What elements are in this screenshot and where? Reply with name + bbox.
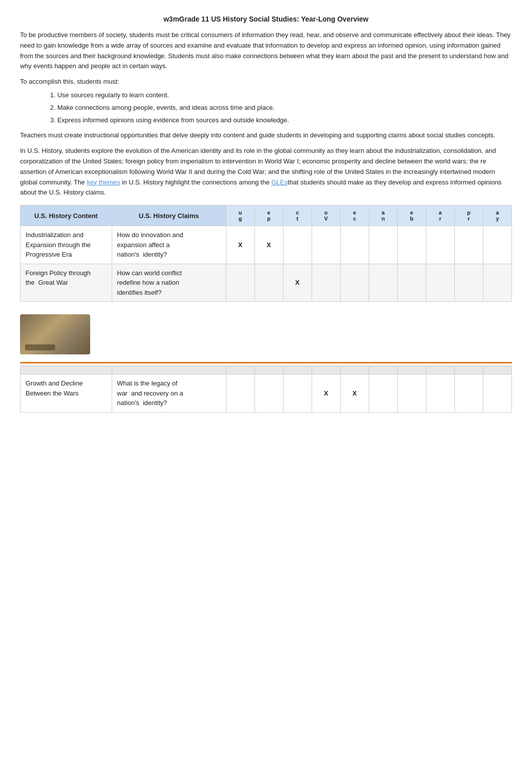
row3-c2: [254, 374, 283, 413]
row2-c1: [226, 264, 254, 302]
subcol-6: an: [369, 206, 397, 226]
overview-table-2: Growth and DeclineBetween the Wars What …: [20, 365, 512, 413]
row1-c5: [340, 226, 369, 264]
row3-c6: [369, 374, 397, 413]
row3-c3: [283, 374, 312, 413]
row3-c9: [454, 374, 483, 413]
h2-subcol-3: [283, 366, 312, 374]
table-row: Foreign Policy throughthe Great War How …: [21, 264, 512, 302]
header-content: U.S. History Content: [21, 206, 112, 226]
row1-c6: [369, 226, 397, 264]
h2-subcol-6: [369, 366, 397, 374]
h2-subcol-2: [254, 366, 283, 374]
subcol-8: ar: [426, 206, 454, 226]
overview-table-1: U.S. History Content U.S. History Claims…: [20, 205, 512, 302]
subcol-5: ec: [340, 206, 369, 226]
key-themes-link[interactable]: key themes: [87, 178, 120, 186]
row1-c9: [454, 226, 483, 264]
subcol-9: pr: [454, 206, 483, 226]
h2-subcol-1: [226, 366, 254, 374]
row3-c7: [397, 374, 426, 413]
section-image: [20, 314, 90, 354]
row2-c8: [426, 264, 454, 302]
subcol-1: ug: [226, 206, 254, 226]
orange-divider: [20, 362, 512, 363]
table-row: Growth and DeclineBetween the Wars What …: [21, 374, 512, 413]
row1-c8: [426, 226, 454, 264]
goals-label: To accomplish this, students must:: [20, 77, 512, 87]
goal-item-1: 1. Use sources regularly to learn conten…: [50, 90, 512, 101]
row3-content: Growth and DeclineBetween the Wars: [21, 374, 112, 413]
row2-c6: [369, 264, 397, 302]
header2-claims: [112, 366, 226, 374]
row3-x4: X: [312, 374, 340, 413]
row2-c9: [454, 264, 483, 302]
row1-claim: How do innovation andexpansion affect an…: [112, 226, 226, 264]
row1-x2: X: [254, 226, 283, 264]
intro-paragraph: To be productive members of society, stu…: [20, 30, 512, 72]
row2-c7: [397, 264, 426, 302]
h2-subcol-10: [483, 366, 511, 374]
header2-content: [21, 366, 112, 374]
history-text-2: in U.S. History highlight the connection…: [120, 178, 272, 186]
subcol-3: ct: [283, 206, 312, 226]
row3-claim: What is the legacy ofwar and recovery on…: [112, 374, 226, 413]
subcol-2: ep: [254, 206, 283, 226]
h2-subcol-8: [426, 366, 454, 374]
row1-c10: [483, 226, 511, 264]
h2-subcol-4: [312, 366, 340, 374]
row2-c4: [312, 264, 340, 302]
subcol-10: ay: [483, 206, 511, 226]
row1-content: Industrialization andExpansion through t…: [21, 226, 112, 264]
row2-c10: [483, 264, 511, 302]
row3-c1: [226, 374, 254, 413]
goals-list: 1. Use sources regularly to learn conten…: [50, 90, 512, 125]
goal-item-2: 2. Make connections among people, events…: [50, 103, 512, 113]
h2-subcol-9: [454, 366, 483, 374]
gles-link[interactable]: GLEs: [272, 178, 288, 186]
row1-c4: [312, 226, 340, 264]
image-section: [20, 312, 512, 357]
row2-claim: How can world conflictredefine how a nat…: [112, 264, 226, 302]
row3-c8: [426, 374, 454, 413]
header-claims: U.S. History Claims: [112, 206, 226, 226]
row1-c7: [397, 226, 426, 264]
teacher-text: Teachers must create instructional oppor…: [20, 130, 512, 141]
history-paragraph: In U.S. History, students explore the ev…: [20, 146, 512, 198]
page-title: w3mGrade 11 US History Social Studies: Y…: [20, 15, 512, 23]
row3-x5: X: [340, 374, 369, 413]
row2-c5: [340, 264, 369, 302]
row3-c10: [483, 374, 511, 413]
h2-subcol-5: [340, 366, 369, 374]
row1-c3: [283, 226, 312, 264]
table-row: Industrialization andExpansion through t…: [21, 226, 512, 264]
row2-x3: X: [283, 264, 312, 302]
subcol-7: eb: [397, 206, 426, 226]
h2-subcol-7: [397, 366, 426, 374]
subcol-4: oV: [312, 206, 340, 226]
row2-c2: [254, 264, 283, 302]
goal-item-3: 3. Express informed opinions using evide…: [50, 115, 512, 126]
row2-content: Foreign Policy throughthe Great War: [21, 264, 112, 302]
row1-x1: X: [226, 226, 254, 264]
